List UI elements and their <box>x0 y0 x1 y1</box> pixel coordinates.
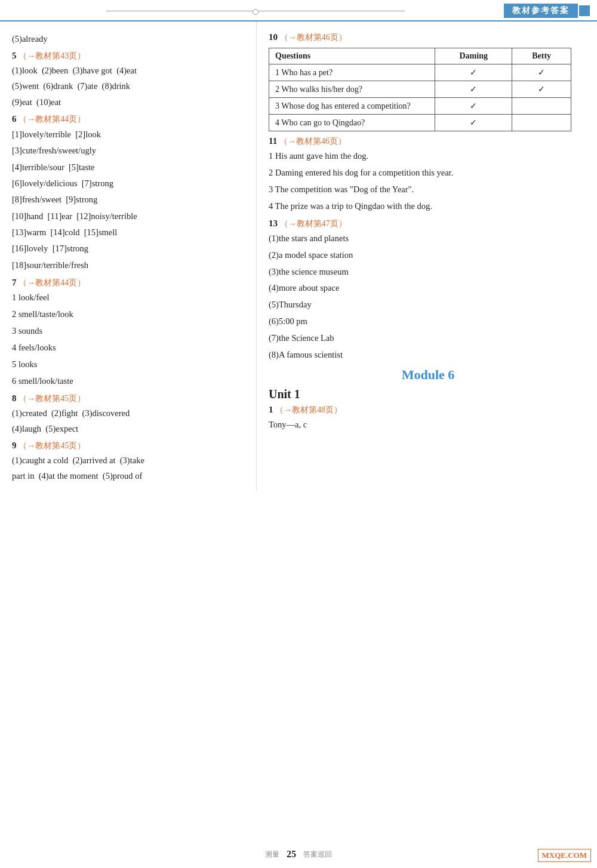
header-dot-line <box>7 11 504 11</box>
section5-line3: (9)eat (10)eat <box>12 96 247 109</box>
table-cell-q2: 2 Who walks his/her dog? <box>269 81 435 98</box>
section6-line3: [4]terrible/sour [5]taste <box>12 160 247 175</box>
section8-line1: (1)created (2)fight (3)discovered <box>12 407 247 420</box>
section7-header: 7 （→教材第44页） <box>12 278 247 288</box>
section13-num: 13 <box>269 218 278 228</box>
section10-ref: （→教材第46页） <box>280 33 347 42</box>
table-row: 2 Who walks his/her dog? ✓ ✓ <box>269 81 571 98</box>
section1-header: 1 （→教材第48页） <box>269 405 587 415</box>
table-row: 3 Whose dog has entered a competition? ✓ <box>269 98 571 115</box>
section11-item4: 4 The prize was a trip to Qingdao with t… <box>269 199 587 214</box>
watermark: MXQE.COM <box>538 849 591 862</box>
section1-num: 1 <box>269 405 273 414</box>
section11-item1: 1 His aunt gave him the dog. <box>269 149 587 164</box>
item-5-already: (5)already <box>12 32 247 46</box>
table-cell-d1: ✓ <box>435 64 512 81</box>
main-content: (5)already 5 （→教材第43页） (1)look (2)been (… <box>0 21 597 491</box>
section6-line8: [16]lovely [17]strong <box>12 241 247 256</box>
table-cell-d3: ✓ <box>435 98 512 115</box>
section6-num: 6 <box>12 114 17 124</box>
right-column: 10 （→教材第46页） Questions Daming Betty 1 Wh… <box>257 21 597 491</box>
section7-num: 7 <box>12 278 17 287</box>
section5-line1: (1)look (2)been (3)have got (4)eat <box>12 64 247 78</box>
section8-line2: (4)laugh (5)expect <box>12 422 247 436</box>
section11-num: 11 <box>269 136 277 146</box>
section8-num: 8 <box>12 393 17 403</box>
section6-ref: （→教材第44页） <box>19 115 85 124</box>
section6-line2: [3]cute/fresh/sweet/ugly <box>12 143 247 158</box>
section9-num: 9 <box>12 441 17 450</box>
section9-line1: (1)caught a cold (2)arrived at (3)take <box>12 454 247 467</box>
section13-item2: (2)a model space station <box>269 248 587 263</box>
section9-line2: part in (4)at the moment (5)proud of <box>12 469 247 483</box>
section8-header: 8 （→教材第45页） <box>12 393 247 404</box>
section9-ref: （→教材第45页） <box>19 441 85 450</box>
section7-item2: 2 smell/taste/look <box>12 307 247 322</box>
section1-content: Tony—a, c <box>269 418 587 432</box>
section6-header: 6 （→教材第44页） <box>12 114 247 125</box>
section9-header: 9 （→教材第45页） <box>12 441 247 451</box>
section6-line9: [18]sour/terrible/fresh <box>12 258 247 273</box>
section7-item5: 5 looks <box>12 358 247 372</box>
table-cell-q4: 4 Who can go to Qingdao? <box>269 115 435 131</box>
table-cell-b3 <box>512 98 571 115</box>
table-cell-d2: ✓ <box>435 81 512 98</box>
table-header-daming: Daming <box>435 48 512 64</box>
table-cell-q1: 1 Who has a pet? <box>269 64 435 81</box>
section13-ref: （→教材第47页） <box>280 219 347 228</box>
header-icon <box>579 5 590 16</box>
section5-ref: （→教材第43页） <box>19 51 85 60</box>
table-cell-d4: ✓ <box>435 115 512 131</box>
page-footer: 测量 25 答案巡回 <box>0 849 597 860</box>
table-row: 1 Who has a pet? ✓ ✓ <box>269 64 571 81</box>
section7-ref: （→教材第44页） <box>19 278 85 287</box>
section8-ref: （→教材第45页） <box>19 394 85 403</box>
section13-item5: (5)Thursday <box>269 298 587 312</box>
section5-header: 5 （→教材第43页） <box>12 51 247 61</box>
footer-left-text: 测量 <box>265 849 283 860</box>
section13-item6: (6)5:00 pm <box>269 315 587 329</box>
section11-item3: 3 The competition was "Dog of the Year". <box>269 183 587 197</box>
section10-header: 10 （→教材第46页） <box>269 32 587 43</box>
section11-header: 11 （→教材第46页） <box>269 136 587 147</box>
section7-item4: 4 feels/looks <box>12 341 247 355</box>
section13-item8: (8)A famous scientist <box>269 348 587 362</box>
dot-line-decoration <box>106 11 404 11</box>
section13-item1: (1)the stars and planets <box>269 232 587 246</box>
table-cell-b4 <box>512 115 571 131</box>
section11-ref: （→教材第46页） <box>279 137 346 146</box>
section6-line5: [8]fresh/sweet [9]strong <box>12 192 247 207</box>
header-title: 教材参考答案 <box>504 4 578 18</box>
section13-item7: (7)the Science Lab <box>269 331 587 346</box>
section6-line6: [10]hand [11]ear [12]noisy/terrible <box>12 209 247 224</box>
table-cell-q3: 3 Whose dog has entered a competition? <box>269 98 435 115</box>
left-column: (5)already 5 （→教材第43页） (1)look (2)been (… <box>0 21 257 491</box>
section5-num: 5 <box>12 51 17 60</box>
table-cell-b1: ✓ <box>512 64 571 81</box>
section6-line4: [6]lovely/delicious [7]strong <box>12 176 247 191</box>
section13-item3: (3)the science museum <box>269 265 587 279</box>
section7-item1: 1 look/feel <box>12 291 247 305</box>
table-cell-b2: ✓ <box>512 81 571 98</box>
table-row: 4 Who can go to Qingdao? ✓ <box>269 115 571 131</box>
section5-line2: (5)went (6)drank (7)ate (8)drink <box>12 79 247 93</box>
section10-num: 10 <box>269 32 278 42</box>
table-header-betty: Betty <box>512 48 571 64</box>
footer-right-text: 答案巡回 <box>300 849 332 860</box>
section7-item3: 3 sounds <box>12 324 247 338</box>
section13-item4: (4)more about space <box>269 281 587 296</box>
module6-title: Module 6 <box>269 367 587 383</box>
header-bar: 教材参考答案 <box>0 0 597 21</box>
unit1-title: Unit 1 <box>269 387 587 401</box>
section1-ref: （→教材第48页） <box>275 405 342 414</box>
section13-header: 13 （→教材第47页） <box>269 218 587 229</box>
page-number: 25 <box>287 849 296 860</box>
section10-table: Questions Daming Betty 1 Who has a pet? … <box>269 48 571 131</box>
section11-item2: 2 Daming entered his dog for a competiti… <box>269 166 587 180</box>
section6-line7: [13]warm [14]cold [15]smell <box>12 225 247 240</box>
section6-line1: [1]lovely/terrible [2]look <box>12 127 247 142</box>
table-header-questions: Questions <box>269 48 435 64</box>
section7-item6: 6 smell/look/taste <box>12 374 247 389</box>
